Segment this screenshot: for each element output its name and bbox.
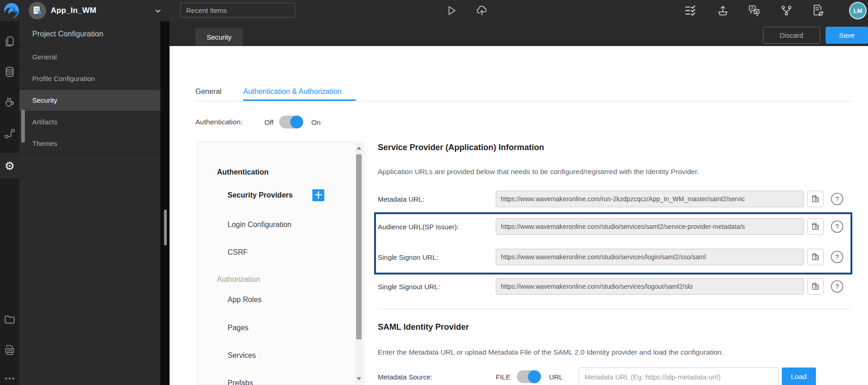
help-icon[interactable]: ? [830, 220, 844, 233]
wavemaker-studio: App_In_WM [0, 0, 868, 385]
project-avatar-icon[interactable] [29, 2, 46, 19]
database-icon[interactable] [0, 63, 19, 81]
copy-icon[interactable] [807, 191, 824, 207]
idp-metadata-url-input[interactable] [579, 368, 779, 385]
metadata-url-input[interactable] [496, 191, 804, 207]
audience-url-input[interactable] [496, 218, 804, 235]
project-configuration-panel: Project Configuration General Profile Co… [19, 21, 160, 385]
left-icon-rail: ⚙ LOG [0, 21, 19, 385]
add-security-provider-button[interactable]: + [312, 189, 324, 201]
tab-authentication-authorization[interactable]: Authentication & Authorization [243, 88, 341, 96]
version-control-branch-icon[interactable] [780, 4, 793, 17]
nav-item-login-configuration[interactable]: Login Configuration [228, 216, 292, 234]
url-option-label: URL [549, 373, 563, 381]
single-signout-url-row: Single Signout URL: ? [378, 278, 844, 295]
export-project-icon[interactable] [716, 4, 729, 17]
project-switcher-chevron-down-icon[interactable] [154, 7, 162, 15]
security-nav-panel: Authentication Security Providers + Logi… [197, 142, 364, 385]
sidebar-item-artifacts[interactable]: Artifacts [19, 111, 160, 133]
nav-item-app-roles[interactable]: App Roles [228, 291, 262, 309]
security-content: General Authentication & Authorization A… [170, 46, 868, 385]
nav-scroll-up-icon[interactable] [357, 146, 361, 150]
svg-text:?: ? [835, 195, 839, 203]
metadata-source-label: Metadata Source: [378, 373, 496, 381]
file-option-label: FILE [496, 373, 510, 381]
sidebar-item-profile-configuration[interactable]: Profile Configuration [19, 68, 160, 90]
file-explorer-folder-icon[interactable] [0, 310, 19, 329]
project-title: App_In_WM [51, 0, 96, 21]
nav-item-services[interactable]: Services [228, 346, 256, 365]
load-button[interactable]: Load [782, 368, 816, 385]
toggle-knob [290, 116, 303, 128]
help-icon[interactable]: ? [830, 192, 844, 206]
single-signon-url-label: Single Signon URL: [378, 253, 496, 261]
wavemaker-logo-icon [2, 1, 21, 20]
single-signout-url-label: Single Signout URL: [378, 283, 496, 291]
settings-gear-icon[interactable]: ⚙ [0, 157, 19, 175]
sp-info-title: Service Provider (Application) Informati… [378, 143, 544, 152]
copy-icon[interactable] [807, 278, 824, 295]
saml-idp-title: SAML Identity Provider [378, 322, 469, 332]
copy-icon[interactable] [807, 249, 824, 265]
security-tab-chip[interactable]: Security [195, 28, 243, 46]
metadata-url-row: Metadata URL: ? [378, 191, 844, 207]
svg-text:?: ? [835, 223, 839, 230]
saml-idp-description: Enter the Metadata URL or upload Metadat… [378, 348, 723, 356]
recent-items-search-input[interactable] [180, 3, 295, 18]
java-services-coffee-icon[interactable] [0, 93, 19, 111]
tab-general[interactable]: General [195, 88, 222, 96]
authentication-toggle-row: Authentication: Off On [195, 115, 321, 129]
sp-info-description: Application URLs are provided below that… [378, 168, 699, 176]
authentication-toggle[interactable] [279, 116, 303, 128]
user-avatar[interactable]: LM [849, 2, 867, 19]
save-button[interactable]: Save [826, 27, 868, 44]
checklist-icon[interactable] [684, 4, 697, 17]
single-signout-url-input[interactable] [496, 278, 804, 295]
discard-button[interactable]: Discard [763, 27, 820, 44]
nav-item-prefabs[interactable]: Prefabs [228, 374, 253, 385]
metadata-source-row: Metadata Source: FILE URL Load [378, 368, 816, 385]
svg-text:A: A [751, 6, 754, 11]
nav-scroll-down-icon[interactable] [357, 377, 361, 380]
section-divider [378, 309, 851, 309]
security-header: Security Discard Save [170, 21, 868, 46]
authentication-label: Authentication: [195, 118, 264, 126]
help-icon[interactable]: ? [830, 250, 844, 264]
metadata-source-toggle[interactable] [517, 370, 541, 383]
help-icon[interactable]: ? [830, 280, 844, 293]
translate-icon[interactable]: A [748, 4, 761, 17]
more-options-dots-icon[interactable] [0, 369, 19, 385]
toggle-knob [528, 370, 541, 383]
svg-text:?: ? [835, 283, 839, 290]
nav-item-csrf[interactable]: CSRF [228, 243, 248, 262]
log-file-icon[interactable]: LOG [0, 341, 19, 359]
run-app-play-icon[interactable] [445, 4, 458, 17]
audience-url-label: Audience URL(SP Issuer): [378, 223, 496, 231]
nav-header-authorization: Authorization [217, 270, 260, 289]
deploy-cloud-upload-icon[interactable] [475, 4, 488, 17]
sidebar-item-general[interactable]: General [19, 47, 160, 68]
sidebar-item-security[interactable]: Security [19, 90, 160, 111]
panel-divider [160, 21, 170, 385]
toggle-off-label: Off [264, 118, 274, 126]
sidebar-item-themes[interactable]: Themes [19, 133, 160, 155]
panel-resize-handle[interactable] [164, 210, 167, 245]
toggle-on-label: On [311, 118, 321, 126]
single-signon-url-row: Single Signon URL: ? [378, 249, 844, 265]
tabs-divider [195, 101, 851, 101]
topbar: App_In_WM [0, 0, 868, 21]
audience-url-row: Audience URL(SP Issuer): ? [378, 218, 844, 235]
nav-header-authentication: Authentication [217, 163, 269, 181]
copy-icon[interactable] [807, 218, 824, 235]
pages-icon[interactable] [0, 32, 19, 51]
api-connector-icon[interactable] [0, 124, 19, 143]
metadata-url-label: Metadata URL: [378, 195, 496, 203]
nav-item-security-providers[interactable]: Security Providers [228, 186, 293, 204]
nav-item-pages[interactable]: Pages [228, 319, 248, 337]
single-signon-url-input[interactable] [496, 249, 804, 265]
svg-text:LOG: LOG [7, 349, 13, 352]
nav-scrollbar-handle[interactable] [356, 154, 362, 339]
rail-scrollbar[interactable] [21, 110, 25, 143]
file-sync-icon[interactable] [811, 4, 824, 17]
panel-title: Project Configuration [19, 21, 160, 47]
